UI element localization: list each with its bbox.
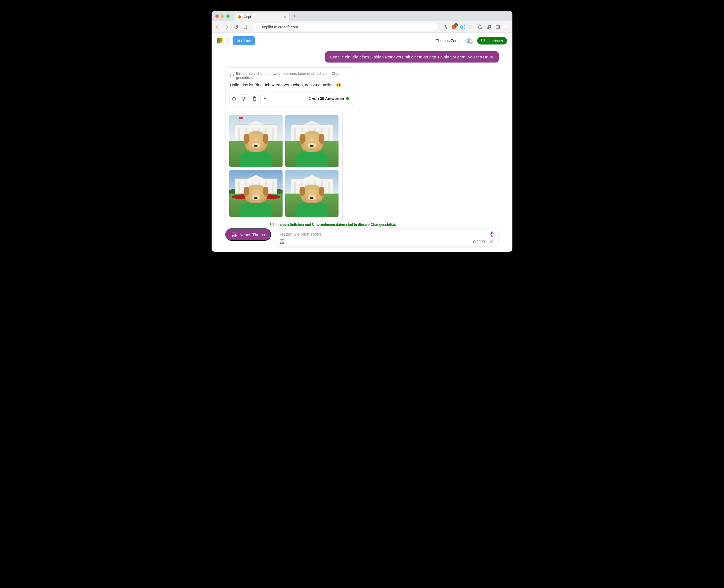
reload-button[interactable]	[233, 24, 239, 30]
new-topic-icon	[231, 232, 237, 237]
answer-counter: 1 von 30 Antworten	[309, 96, 349, 101]
shield-icon	[270, 223, 274, 227]
composer-privacy-notice: Ihre persönlichen und Unternehmensdaten …	[270, 223, 499, 227]
onepassword-icon[interactable]	[460, 24, 466, 30]
send-button[interactable]	[489, 239, 494, 244]
close-window-button[interactable]	[215, 15, 219, 18]
ai-response-meta: 1 von 30 Antworten	[226, 91, 353, 106]
browser-tab[interactable]: Copilot ✕	[234, 13, 289, 21]
svg-point-2	[258, 26, 259, 27]
char-counter: 0/4000	[473, 239, 485, 244]
browser-toolbar: copilot.microsoft.com 1	[212, 21, 512, 33]
shield-icon	[230, 74, 234, 78]
svg-rect-3	[256, 27, 258, 27]
microsoft-logo[interactable]	[217, 38, 223, 43]
shields-badge: 1	[454, 23, 458, 27]
svg-rect-22	[253, 98, 256, 101]
svg-rect-25	[491, 231, 493, 234]
toolbar-right: 1	[442, 24, 509, 30]
titlebar: Copilot ✕ + ⌄	[212, 11, 512, 21]
export-button[interactable]	[261, 94, 269, 103]
svg-rect-1	[258, 26, 260, 26]
chat-area: Erstelle ein Bild eines Golden Retriever…	[212, 48, 512, 221]
dislike-button[interactable]	[240, 94, 248, 103]
window-controls	[215, 15, 230, 18]
user-message: Erstelle ein Bild eines Golden Retriever…	[325, 51, 499, 63]
svg-rect-5	[258, 27, 260, 28]
close-tab-icon[interactable]: ✕	[283, 15, 286, 19]
shield-icon	[481, 39, 485, 43]
username-label: Thomas.Zur…	[436, 39, 460, 43]
svg-point-27	[281, 240, 282, 241]
image-results-card	[225, 111, 343, 221]
share-icon[interactable]	[442, 24, 448, 30]
avatar-link-icon: 🔗	[470, 41, 473, 45]
svg-point-19	[468, 39, 470, 41]
svg-point-4	[256, 27, 257, 28]
like-button[interactable]	[229, 94, 238, 103]
tab-title: Copilot	[244, 15, 254, 19]
browser-window: Copilot ✕ + ⌄ copilot.microsoft.com	[212, 11, 512, 252]
svg-rect-7	[462, 26, 463, 28]
ai-message-text: Hallo, das ist Bing. Ich werde versuchen…	[226, 82, 353, 91]
chat-input[interactable]	[280, 232, 487, 236]
generated-image-2[interactable]	[285, 115, 338, 167]
minimize-window-button[interactable]	[221, 15, 224, 18]
tab-overflow-icon[interactable]: ⌄	[504, 14, 508, 18]
privacy-text: Ihre persönlichen und Unternehmensdaten …	[236, 71, 348, 80]
svg-point-0	[256, 26, 257, 26]
sidebar-icon[interactable]	[495, 24, 500, 30]
forward-button[interactable]	[224, 24, 230, 30]
menu-icon[interactable]	[504, 24, 509, 30]
svg-point-12	[488, 27, 489, 29]
copy-button[interactable]	[250, 94, 259, 103]
ai-response-card: Ihre persönlichen und Unternehmensdaten …	[225, 67, 353, 106]
brave-shields-icon[interactable]: 1	[451, 24, 457, 30]
svg-rect-26	[280, 240, 284, 244]
protected-badge[interactable]: Geschützt	[477, 37, 507, 44]
copilot-header: PH Zug Thomas.Zur… 🔗 Geschützt	[212, 33, 512, 48]
svg-point-13	[490, 27, 491, 28]
page-content: PH Zug Thomas.Zur… 🔗 Geschützt Erstelle …	[212, 33, 512, 252]
svg-rect-14	[496, 25, 500, 29]
composer-card: 0/4000	[275, 228, 499, 247]
generated-image-4[interactable]	[285, 170, 338, 217]
generated-image-3[interactable]	[229, 170, 283, 217]
divider	[227, 37, 228, 44]
protected-label: Geschützt	[487, 39, 503, 43]
new-tab-button[interactable]: +	[293, 13, 296, 19]
privacy-notice: Ihre persönlichen und Unternehmensdaten …	[226, 68, 353, 82]
bookmark-button[interactable]	[243, 24, 248, 30]
back-button[interactable]	[215, 24, 220, 30]
status-dot	[346, 97, 349, 100]
maximize-window-button[interactable]	[226, 15, 230, 18]
copilot-favicon	[237, 15, 242, 19]
avatar[interactable]: 🔗	[465, 37, 472, 44]
composer-area: Ihre persönlichen und Unternehmensdaten …	[212, 221, 512, 252]
microphone-icon[interactable]	[489, 231, 494, 237]
address-bar[interactable]: copilot.microsoft.com	[252, 23, 439, 31]
music-icon[interactable]	[486, 24, 492, 30]
reader-icon[interactable]	[469, 24, 474, 30]
image-input-button[interactable]	[280, 239, 285, 244]
url-text: copilot.microsoft.com	[262, 25, 298, 29]
generated-image-1[interactable]	[229, 115, 283, 167]
org-badge[interactable]: PH Zug	[233, 36, 255, 45]
new-topic-button[interactable]: Neues Thema	[225, 228, 271, 241]
site-settings-icon[interactable]	[256, 25, 260, 29]
extensions-icon[interactable]	[477, 24, 483, 30]
